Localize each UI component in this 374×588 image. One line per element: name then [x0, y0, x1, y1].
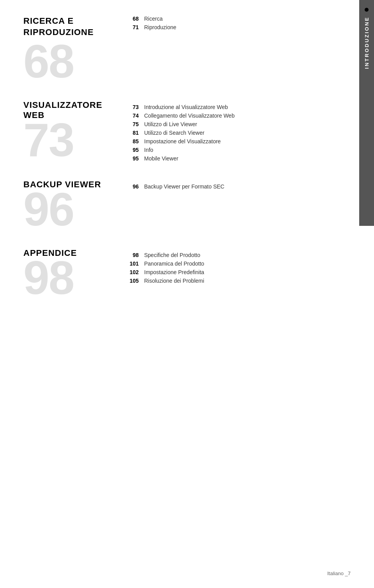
toc-number-81: 81: [125, 130, 139, 136]
section-ricerca-title: RICERCA E RIPRODUZIONE: [23, 16, 125, 38]
section-visualizzatore-left: VISUALIZZATORE WEB 73: [23, 104, 125, 163]
toc-number-74: 74: [125, 113, 139, 119]
page-container: INTRODUZIONE RICERCA E RIPRODUZIONE 68 6…: [0, 0, 374, 588]
toc-label-75: Utilizzo di Live Viewer: [144, 121, 197, 127]
toc-number-95-mobile: 95: [125, 155, 139, 162]
section-appendice: APPENDICE 98 98 Specifiche del Prodotto …: [23, 252, 351, 301]
toc-label-68: Ricerca: [144, 16, 162, 22]
toc-number-96: 96: [125, 183, 139, 190]
toc-label-101: Panoramica del Prodotto: [144, 261, 204, 267]
toc-number-95-info: 95: [125, 147, 139, 153]
toc-entry-73: 73 Introduzione al Visualizzatore Web: [125, 104, 331, 110]
toc-label-85: Impostazione del Visualizzatore: [144, 138, 221, 144]
toc-entry-95-info: 95 Info: [125, 147, 331, 153]
toc-label-81: Utilizzo di Search Viewer: [144, 130, 205, 136]
toc-number-105: 105: [125, 278, 139, 284]
sidebar-tab: INTRODUZIONE: [359, 0, 374, 226]
section-backup-left: BACKUP VIEWER 96: [23, 183, 125, 232]
section-visualizzatore: VISUALIZZATORE WEB 73 73 Introduzione al…: [23, 104, 351, 164]
toc-label-95-info: Info: [144, 147, 153, 153]
toc-number-101: 101: [125, 261, 139, 267]
sidebar-label: INTRODUZIONE: [364, 16, 370, 69]
sidebar-dot: [365, 8, 369, 12]
toc-entry-105: 105 Risoluzione dei Problemi: [125, 278, 331, 284]
toc-number-73: 73: [125, 104, 139, 110]
toc-label-73: Introduzione al Visualizzatore Web: [144, 104, 228, 110]
toc-entry-101: 101 Panoramica del Prodotto: [125, 261, 331, 267]
section-ricerca-content: 68 Ricerca 71 Riproduzione: [125, 16, 331, 33]
toc-number-68: 68: [125, 16, 139, 22]
toc-number-75: 75: [125, 121, 139, 127]
toc-entry-75: 75 Utilizzo di Live Viewer: [125, 121, 331, 127]
toc-entry-98: 98 Specifiche del Prodotto: [125, 252, 331, 258]
toc-number-71: 71: [125, 24, 139, 30]
toc-entry-71: 71 Riproduzione: [125, 24, 331, 30]
section-appendice-number: 98: [23, 254, 125, 301]
toc-label-96: Backup Viewer per Formato SEC: [144, 183, 224, 190]
section-ricerca: RICERCA E RIPRODUZIONE 68 68 Ricerca 71 …: [23, 16, 351, 85]
toc-entry-81: 81 Utilizzo di Search Viewer: [125, 130, 331, 136]
toc-label-71: Riproduzione: [144, 24, 176, 30]
section-backup-number: 96: [23, 186, 125, 232]
toc-entry-68: 68 Ricerca: [125, 16, 331, 22]
section-visualizzatore-number: 73: [23, 116, 125, 163]
toc-label-105: Risoluzione dei Problemi: [144, 278, 204, 284]
toc-entry-74: 74 Collegamento del Visualizzatore Web: [125, 113, 331, 119]
section-ricerca-left: RICERCA E RIPRODUZIONE 68: [23, 16, 125, 85]
section-appendice-content: 98 Specifiche del Prodotto 101 Panoramic…: [125, 252, 331, 286]
section-backup-content: 96 Backup Viewer per Formato SEC: [125, 183, 331, 192]
toc-label-95-mobile: Mobile Viewer: [144, 155, 178, 162]
toc-entry-96: 96 Backup Viewer per Formato SEC: [125, 183, 331, 190]
footer-page-number: Italiano _7: [327, 570, 351, 576]
toc-label-74: Collegamento del Visualizzatore Web: [144, 113, 235, 119]
section-backup: BACKUP VIEWER 96 96 Backup Viewer per Fo…: [23, 183, 351, 232]
section-visualizzatore-content: 73 Introduzione al Visualizzatore Web 74…: [125, 104, 331, 164]
toc-number-102: 102: [125, 269, 139, 275]
toc-number-98: 98: [125, 252, 139, 258]
toc-number-85: 85: [125, 138, 139, 144]
toc-label-102: Impostazione Predefinita: [144, 269, 204, 275]
section-ricerca-number: 68: [23, 38, 125, 85]
toc-entry-102: 102 Impostazione Predefinita: [125, 269, 331, 275]
section-appendice-left: APPENDICE 98: [23, 252, 125, 301]
toc-label-98: Specifiche del Prodotto: [144, 252, 200, 258]
toc-entry-95-mobile: 95 Mobile Viewer: [125, 155, 331, 162]
toc-entry-85: 85 Impostazione del Visualizzatore: [125, 138, 331, 144]
